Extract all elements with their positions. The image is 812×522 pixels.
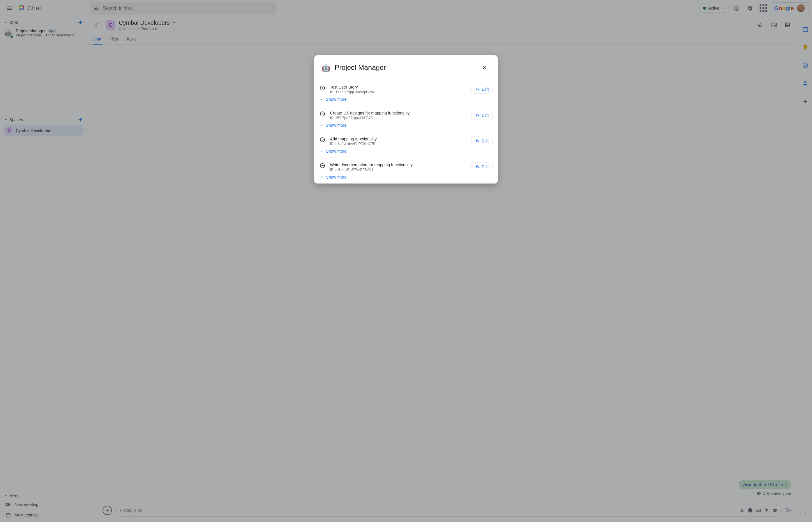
- svg-point-15: [322, 165, 323, 166]
- robot-icon: 🤖: [321, 63, 330, 72]
- status-done-icon: [320, 137, 326, 143]
- show-more-button[interactable]: Show more: [320, 149, 492, 154]
- project-manager-card: 🤖 Project Manager Test User StoryID: 1Xc…: [314, 55, 498, 183]
- show-more-button[interactable]: Show more: [320, 175, 492, 179]
- status-pending-icon: [320, 163, 326, 169]
- edit-button[interactable]: Edit: [471, 163, 492, 171]
- show-more-button[interactable]: Show more: [320, 97, 492, 102]
- close-button[interactable]: [479, 62, 491, 74]
- story-title: Write documentation for mapping function…: [330, 163, 467, 167]
- edit-note-icon: [475, 165, 480, 169]
- card-title: Project Manager: [334, 63, 386, 72]
- story-id: ID: 1XcZgrPqqUjnlW6pBczX: [330, 90, 467, 94]
- edit-button[interactable]: Edit: [471, 137, 492, 145]
- modal-scrim[interactable]: 🤖 Project Manager Test User StoryID: 1Xc…: [0, 0, 812, 522]
- story-id: ID: bSq2vi1dvVEhPT0LbC7E: [330, 142, 467, 146]
- story-title: Test User Story: [330, 85, 467, 89]
- chevron-down-icon: [320, 97, 324, 102]
- chevron-down-icon: [320, 123, 324, 127]
- chevron-down-icon: [320, 149, 324, 154]
- edit-note-icon: [475, 87, 480, 92]
- show-more-button[interactable]: Show more: [320, 123, 492, 127]
- svg-point-14: [321, 165, 322, 166]
- status-pending-icon: [320, 111, 326, 117]
- story-item: Create UX designs for mapping functional…: [314, 106, 498, 132]
- story-id: ID: J5TI7jsnF2rppw0hFB7S: [330, 116, 467, 120]
- svg-point-9: [321, 114, 322, 114]
- svg-point-16: [323, 165, 324, 166]
- close-icon: [482, 64, 488, 71]
- svg-point-10: [322, 114, 323, 114]
- story-title: Add mapping functionality: [330, 137, 467, 141]
- edit-button[interactable]: Edit: [471, 111, 492, 119]
- story-item: Write documentation for mapping function…: [314, 158, 498, 183]
- edit-note-icon: [475, 139, 480, 143]
- story-title: Create UX designs for mapping functional…: [330, 111, 467, 115]
- svg-point-11: [323, 114, 324, 114]
- edit-note-icon: [475, 113, 480, 117]
- story-id: ID: ezU4exBiI3i7VzP97cYU: [330, 168, 467, 172]
- story-item: Add mapping functionalityID: bSq2vi1dvVE…: [314, 132, 498, 158]
- svg-point-12: [320, 138, 325, 142]
- chevron-down-icon: [320, 175, 324, 179]
- status-play-icon: [320, 85, 326, 92]
- story-item: Test User StoryID: 1XcZgrPqqUjnlW6pBczXE…: [314, 80, 498, 106]
- edit-button[interactable]: Edit: [471, 85, 492, 94]
